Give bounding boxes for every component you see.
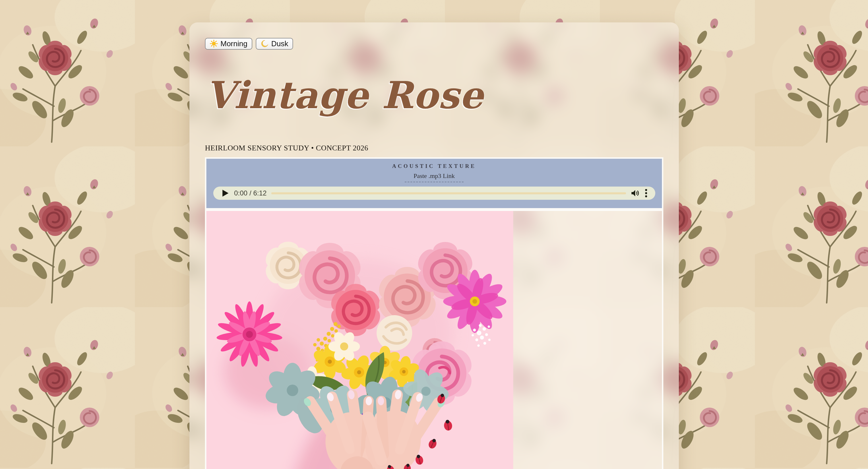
theme-toggle: Morning Dusk [205,38,663,50]
sun-icon [210,40,218,48]
progress-track[interactable] [271,192,626,194]
time-display: 0:00 / 6:12 [234,189,267,197]
morning-label: Morning [220,40,247,48]
audio-section: ACOUSTIC TEXTURE 0:00 / 6:12 [205,157,663,210]
page-subtitle: HEIRLOOM SENSORY STUDY • CONCEPT 2026 [205,144,663,152]
mp3-link-input[interactable] [405,172,464,182]
dusk-label: Dusk [271,40,288,48]
morning-button[interactable]: Morning [205,38,252,50]
audio-player: 0:00 / 6:12 [213,187,655,200]
page-title: Vintage Rose [206,74,663,117]
main-card: Morning Dusk Vintage Rose HEIRLOOM SENSO… [189,22,679,469]
moon-icon [260,40,269,48]
photo-frame [205,210,663,469]
flower-heart-photo [206,211,513,469]
dusk-button[interactable]: Dusk [256,38,293,50]
play-icon[interactable] [222,190,228,197]
volume-icon[interactable] [631,189,640,197]
audio-section-label: ACOUSTIC TEXTURE [206,163,662,169]
overflow-menu-icon[interactable] [644,188,648,198]
